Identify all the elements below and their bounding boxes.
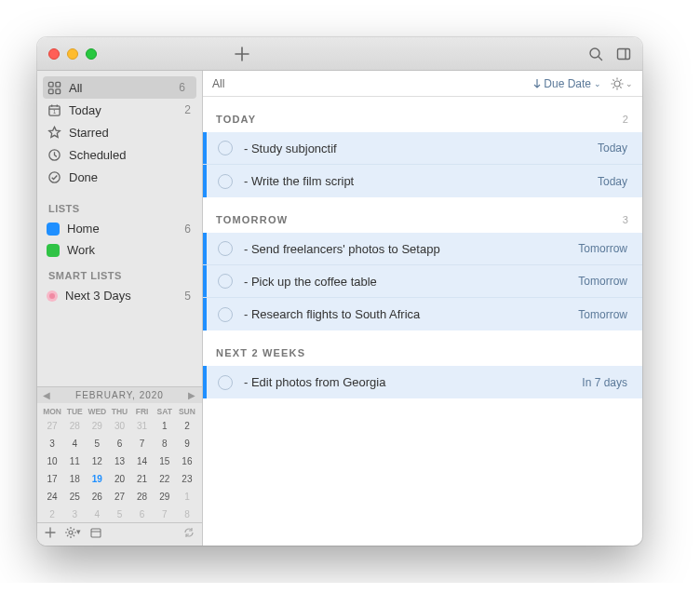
sidebar-item-starred[interactable]: Starred — [37, 121, 202, 143]
titlebar-mid — [97, 47, 588, 61]
sort-button[interactable]: Due Date ⌄ — [533, 77, 601, 90]
calendar-day[interactable]: 26 — [86, 489, 108, 505]
sidebar-item-label: Scheduled — [69, 148, 191, 162]
calendar-day[interactable]: 27 — [41, 418, 63, 434]
settings-button[interactable]: ▾ — [65, 527, 81, 538]
sidebar-list-work[interactable]: Work — [37, 239, 202, 261]
calendar-day[interactable]: 28 — [131, 489, 154, 505]
calendar-day[interactable]: 6 — [108, 436, 130, 452]
calendar-day[interactable]: 15 — [154, 453, 176, 469]
calendar-dow-header: WED — [86, 407, 108, 416]
calendar-day[interactable]: 1 — [154, 418, 176, 434]
calendar-day[interactable]: 17 — [41, 471, 63, 487]
sidebar-item-scheduled[interactable]: Scheduled — [37, 143, 202, 166]
minimize-window-button[interactable] — [67, 48, 78, 60]
calendar-day[interactable]: 3 — [63, 506, 86, 522]
sidebar-smartlists-header: SMART LISTS — [37, 261, 202, 285]
calendar-day[interactable]: 20 — [108, 471, 130, 487]
task-checkbox[interactable] — [218, 241, 233, 256]
add-task-button[interactable] — [235, 47, 249, 61]
task-text: - Study subjonctif — [244, 142, 598, 155]
sidebar-item-today[interactable]: 1Today2 — [37, 99, 202, 121]
check-icon — [47, 169, 61, 184]
calendar-day[interactable]: 4 — [86, 506, 108, 522]
calendar-prev-button[interactable]: ◀ — [43, 390, 51, 400]
calendar-day[interactable]: 7 — [131, 436, 154, 452]
sidebar-list-home[interactable]: Home6 — [37, 218, 202, 239]
mini-calendar: ◀ FEBRUARY, 2020 ▶ MONTUEWEDTHUFRISATSUN… — [37, 386, 202, 546]
calendar-day[interactable]: 16 — [176, 453, 198, 469]
sidebar-item-done[interactable]: Done — [37, 166, 202, 188]
calendar-day[interactable]: 13 — [108, 453, 130, 469]
calendar-day[interactable]: 30 — [108, 418, 130, 434]
calendar-day[interactable]: 27 — [108, 489, 130, 505]
sidebar-item-label: All — [69, 81, 179, 95]
sync-button[interactable] — [183, 527, 195, 538]
add-list-button[interactable] — [45, 527, 56, 538]
sidebar-lists: Home6Work — [37, 218, 202, 261]
sidebar-smartlist-next-3-days[interactable]: Next 3 Days5 — [37, 285, 202, 306]
titlebar — [37, 37, 642, 71]
task-checkbox[interactable] — [218, 307, 233, 322]
task-row[interactable]: - Send freelancers' photos to SetappTomo… — [203, 233, 642, 265]
calendar-day[interactable]: 9 — [176, 436, 198, 452]
calendar-day[interactable]: 6 — [131, 506, 154, 522]
calendar-day[interactable]: 18 — [63, 471, 86, 487]
main-header: All Due Date ⌄ ⌄ — [203, 71, 642, 97]
svg-rect-4 — [55, 82, 60, 87]
calendar-day[interactable]: 23 — [176, 471, 198, 487]
calendar-day[interactable]: 5 — [108, 506, 130, 522]
calendar-day[interactable]: 25 — [63, 489, 86, 505]
calendar-day[interactable]: 10 — [41, 453, 63, 469]
calendar-dow-header: SUN — [176, 407, 198, 416]
toggle-sidepanel-button[interactable] — [616, 47, 631, 61]
task-checkbox[interactable] — [218, 274, 233, 289]
calendar-next-button[interactable]: ▶ — [188, 390, 196, 400]
search-button[interactable] — [588, 47, 603, 61]
calendar-day[interactable]: 28 — [63, 418, 86, 434]
calendar-day[interactable]: 14 — [131, 453, 154, 469]
calendar-day[interactable]: 3 — [41, 436, 63, 452]
view-options-button[interactable]: ⌄ — [611, 77, 633, 90]
task-text: - Send freelancers' photos to Setapp — [244, 242, 578, 256]
calendar-day[interactable]: 7 — [154, 506, 176, 522]
calendar-day[interactable]: 29 — [86, 418, 108, 434]
calendar-day[interactable]: 8 — [154, 436, 176, 452]
calendar-grid: MONTUEWEDTHUFRISATSUN2728293031123456789… — [37, 403, 202, 522]
calendar-day[interactable]: 8 — [176, 506, 198, 522]
svg-rect-5 — [48, 88, 53, 93]
task-color-stripe — [203, 165, 207, 197]
calendar-day[interactable]: 2 — [176, 418, 198, 434]
calendar-title: FEBRUARY, 2020 — [75, 390, 164, 400]
task-sections: TODAY2- Study subjonctifToday- Write the… — [203, 97, 642, 398]
list-color-icon — [47, 244, 60, 257]
calendar-toggle-button[interactable] — [90, 527, 101, 538]
task-checkbox[interactable] — [218, 174, 233, 189]
calendar-day[interactable]: 1 — [176, 489, 198, 505]
calendar-day[interactable]: 31 — [131, 418, 154, 434]
task-row[interactable]: - Pick up the coffee tableTomorrow — [203, 265, 642, 298]
calendar-day[interactable]: 29 — [154, 489, 176, 505]
calendar-day[interactable]: 22 — [154, 471, 176, 487]
calendar-day[interactable]: 19 — [86, 471, 108, 487]
calendar-day[interactable]: 5 — [86, 436, 108, 452]
calendar-day[interactable]: 21 — [131, 471, 154, 487]
calendar-dow-header: THU — [108, 407, 130, 416]
sidebar-item-all[interactable]: All6 — [43, 76, 196, 99]
task-row[interactable]: - Write the film scriptToday — [203, 165, 642, 197]
sidebar-item-count: 6 — [184, 223, 191, 236]
calendar-day[interactable]: 4 — [63, 436, 86, 452]
task-checkbox[interactable] — [218, 141, 233, 155]
calendar-day[interactable]: 2 — [41, 506, 63, 522]
sidebar-item-count: 5 — [184, 290, 191, 303]
task-row[interactable]: - Study subjonctifToday — [203, 132, 642, 165]
zoom-window-button[interactable] — [86, 48, 97, 60]
calendar-day[interactable]: 24 — [41, 489, 63, 505]
task-row[interactable]: - Research flights to South AfricaTomorr… — [203, 298, 642, 330]
calendar-day[interactable]: 11 — [63, 453, 86, 469]
close-window-button[interactable] — [48, 48, 60, 60]
task-row[interactable]: - Edit photos from GeorgiaIn 7 days — [203, 366, 642, 398]
section-header: TODAY2 — [203, 97, 642, 132]
task-checkbox[interactable] — [218, 375, 233, 390]
calendar-day[interactable]: 12 — [86, 453, 108, 469]
